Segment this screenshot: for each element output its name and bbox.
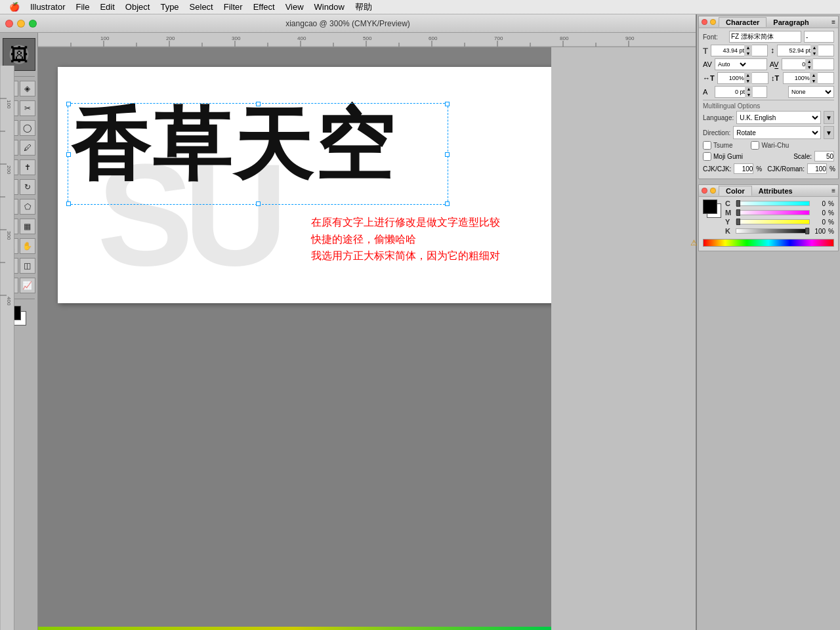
k-slider-thumb[interactable] [805, 228, 809, 234]
kerning-spinbox[interactable]: Auto Optical 0 [715, 58, 767, 70]
svg-text:400: 400 [6, 297, 12, 306]
tab-color[interactable]: Color [719, 186, 752, 196]
tsume-label[interactable]: Tsume [703, 141, 732, 150]
c-slider-track[interactable] [736, 201, 810, 206]
tracking-input[interactable] [782, 61, 805, 68]
color-panel-close[interactable] [702, 188, 707, 194]
font-input[interactable] [729, 31, 801, 43]
tsume-checkbox[interactable] [703, 141, 711, 150]
hand-tool[interactable]: ✋ [20, 238, 35, 254]
color-panel-minimize[interactable] [710, 188, 716, 194]
kerning-select[interactable]: Auto Optical 0 [715, 60, 748, 68]
font-style-input[interactable] [804, 31, 834, 43]
char-panel-close[interactable] [702, 19, 707, 25]
line-chart-tool[interactable]: 📈 [20, 278, 35, 293]
shear-tool[interactable]: ⬠ [20, 199, 35, 215]
menu-effect[interactable]: Effect [248, 0, 280, 14]
cjk-roman-input[interactable] [807, 163, 827, 174]
leading-up[interactable]: ▲ [810, 45, 818, 51]
close-button[interactable] [5, 20, 13, 28]
color-panel-expand[interactable]: ≡ [831, 187, 835, 194]
moji-gumi-checkbox[interactable] [703, 152, 711, 161]
k-slider-track[interactable] [736, 228, 810, 234]
y-slider-thumb[interactable] [736, 219, 740, 225]
y-slider-track[interactable] [736, 219, 810, 224]
char-panel-minimize[interactable] [710, 19, 716, 25]
vscale-up[interactable]: ▲ [810, 72, 818, 78]
leading-down[interactable]: ▼ [810, 51, 818, 56]
minimize-button[interactable] [17, 20, 25, 28]
apple-menu[interactable]: 🍎 [4, 0, 25, 14]
m-slider-track[interactable] [736, 210, 810, 215]
menu-view[interactable]: View [280, 0, 309, 14]
cjk-cjk-input[interactable] [734, 163, 753, 174]
vscale-input[interactable] [784, 75, 810, 81]
warichu-checkbox[interactable] [751, 141, 759, 150]
rotate-tool[interactable]: ↻ [20, 179, 35, 195]
handle-bot-right[interactable] [445, 201, 450, 206]
color-swatch-stack[interactable] [703, 200, 723, 219]
tab-paragraph[interactable]: Paragraph [766, 17, 815, 27]
handle-top-right[interactable] [445, 102, 450, 106]
hscale-up[interactable]: ▲ [744, 72, 752, 78]
tab-character[interactable]: Character [719, 17, 766, 27]
menu-object[interactable]: Object [120, 0, 156, 14]
handle-bot-mid[interactable] [256, 201, 261, 206]
baseline-spinbox[interactable]: ▲ ▼ [715, 86, 767, 98]
handle-bot-left[interactable] [66, 201, 71, 206]
menu-window[interactable]: Window [309, 0, 350, 14]
measure-tool[interactable]: ◫ [20, 258, 35, 274]
scale-input[interactable] [814, 151, 834, 161]
scissors-tool[interactable]: ✂ [20, 100, 35, 116]
tracking-up[interactable]: ▲ [805, 58, 813, 64]
maximize-button[interactable] [29, 20, 37, 28]
baseline-input[interactable] [715, 89, 745, 95]
language-style-select[interactable]: None [788, 86, 834, 98]
language-select[interactable]: U.K. English U.S. English [736, 111, 821, 124]
handle-top-left[interactable] [66, 102, 71, 106]
m-slider-thumb[interactable] [736, 209, 740, 216]
area-type-tool[interactable]: ✝ [20, 159, 35, 175]
warichu-label[interactable]: Wari-Chu [751, 141, 789, 150]
menu-filter[interactable]: Filter [219, 0, 248, 14]
language-dropdown-arrow[interactable]: ▼ [824, 111, 834, 124]
menu-help[interactable]: 帮助 [350, 0, 377, 14]
char-panel-expand[interactable]: ≡ [831, 18, 835, 26]
moji-gumi-label[interactable]: Moji Gumi [703, 152, 743, 161]
c-slider-thumb[interactable] [736, 200, 740, 207]
leading-spinbox[interactable]: ▲ ▼ [777, 45, 834, 56]
pencil-tool[interactable]: 🖊 [20, 140, 35, 156]
direction-dropdown-arrow[interactable]: ▼ [824, 126, 834, 139]
baseline-up[interactable]: ▲ [745, 86, 753, 92]
tracking-icon: AV̲ [770, 60, 780, 69]
vscale-spinbox[interactable]: ▲ ▼ [783, 72, 834, 84]
font-size-up[interactable]: ▲ [744, 45, 752, 51]
direct-select-tool[interactable]: ◈ [20, 81, 35, 96]
color-fg-swatch[interactable] [703, 200, 717, 214]
tracking-spinbox[interactable]: ▲ ▼ [782, 58, 834, 70]
hscale-spinbox[interactable]: ▲ ▼ [717, 72, 768, 84]
left-toolbar: 🖼 ▶ ◈ ✎ ✂ ⬜ ◯ ✒ 🖊 T ✝ ⬡ ↻ ⇌ ⬠ [0, 33, 38, 630]
canvas-area[interactable]: SU 香草天空 在原有文字上进行修改是做文字造型比较快捷的途径，偷懒哈哈我选用方… [38, 47, 551, 630]
menu-select[interactable]: Select [184, 0, 219, 14]
hscale-input[interactable] [718, 75, 744, 81]
menu-edit[interactable]: Edit [94, 0, 119, 14]
font-size-spinbox[interactable]: ▲ ▼ [711, 45, 768, 56]
menu-type[interactable]: Type [155, 0, 184, 14]
ellipse-tool[interactable]: ◯ [20, 120, 35, 136]
font-size-input[interactable] [711, 47, 744, 54]
leading-input[interactable] [778, 47, 810, 54]
vscale-down[interactable]: ▼ [810, 78, 818, 84]
menu-illustrator[interactable]: Illustrator [25, 0, 70, 14]
hscale-down[interactable]: ▼ [744, 78, 752, 84]
color-gradient-bar[interactable]: ⚠ [703, 239, 834, 247]
tracking-down[interactable]: ▼ [805, 64, 813, 70]
handle-mid-left[interactable] [66, 152, 71, 157]
gradient-tool[interactable]: ▦ [20, 219, 35, 234]
direction-select[interactable]: Rotate Standard [733, 126, 821, 139]
font-size-down[interactable]: ▼ [744, 51, 752, 56]
baseline-down[interactable]: ▼ [745, 92, 753, 98]
menu-file[interactable]: File [70, 0, 94, 14]
handle-mid-right[interactable] [445, 152, 450, 157]
tab-attributes[interactable]: Attributes [752, 186, 799, 196]
